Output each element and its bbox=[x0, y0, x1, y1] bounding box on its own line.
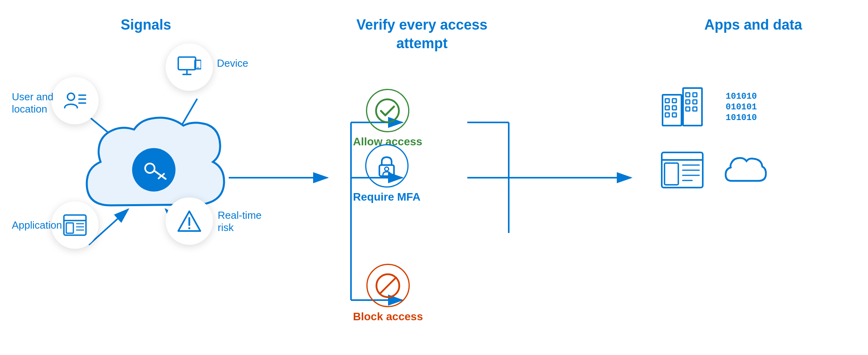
block-access-label: Block access bbox=[353, 310, 423, 323]
application-label: Application bbox=[12, 219, 62, 231]
svg-rect-52 bbox=[693, 100, 697, 104]
device-icon bbox=[177, 55, 201, 79]
layout-icon bbox=[659, 150, 706, 190]
realtime-risk-label: Real-timerisk bbox=[218, 209, 261, 234]
user-location-label: User andlocation bbox=[12, 91, 54, 115]
svg-rect-44 bbox=[672, 99, 676, 103]
svg-rect-30 bbox=[66, 223, 73, 233]
key-circle bbox=[132, 148, 175, 192]
verify-column: Verify every accessattempt Allow access bbox=[308, 0, 536, 355]
svg-rect-54 bbox=[693, 107, 697, 111]
require-mfa-outcome: Require MFA bbox=[353, 144, 420, 203]
warning-icon bbox=[177, 209, 201, 233]
svg-rect-53 bbox=[686, 107, 690, 111]
svg-point-38 bbox=[385, 167, 389, 171]
svg-rect-48 bbox=[672, 113, 676, 117]
allow-circle bbox=[366, 89, 409, 132]
svg-rect-43 bbox=[665, 99, 669, 103]
svg-text:101010: 101010 bbox=[726, 113, 757, 123]
svg-rect-19 bbox=[178, 57, 196, 70]
signals-title: Signals bbox=[12, 0, 280, 34]
svg-rect-50 bbox=[693, 93, 697, 97]
svg-rect-45 bbox=[665, 106, 669, 110]
diagram-container: Signals bbox=[0, 0, 868, 355]
apps-column: Apps and data bbox=[651, 0, 856, 355]
svg-point-36 bbox=[376, 99, 399, 122]
binary-data-icon: 101010 010101 101010 bbox=[722, 87, 769, 126]
svg-text:101010: 101010 bbox=[726, 92, 757, 101]
svg-text:010101: 010101 bbox=[726, 102, 757, 112]
svg-point-35 bbox=[189, 227, 190, 229]
block-circle bbox=[366, 264, 410, 307]
key-icon bbox=[141, 157, 167, 183]
device-label: Device bbox=[217, 57, 248, 69]
block-access-outcome: Block access bbox=[353, 264, 423, 323]
user-list-icon bbox=[63, 89, 87, 113]
block-icon bbox=[375, 273, 401, 299]
verify-title: Verify every accessattempt bbox=[308, 0, 536, 53]
allow-access-outcome: Allow access bbox=[353, 89, 422, 148]
svg-rect-60 bbox=[665, 163, 678, 185]
checkmark-icon bbox=[375, 98, 400, 124]
svg-rect-28 bbox=[64, 215, 86, 235]
mfa-circle bbox=[365, 144, 409, 188]
buildings-icon bbox=[659, 87, 706, 126]
svg-point-24 bbox=[145, 163, 155, 173]
svg-rect-46 bbox=[672, 106, 676, 110]
apps-title: Apps and data bbox=[651, 0, 856, 34]
require-mfa-label: Require MFA bbox=[353, 191, 420, 203]
lock-person-icon bbox=[374, 153, 399, 179]
cloud-small-icon bbox=[722, 150, 769, 190]
svg-line-27 bbox=[159, 176, 161, 178]
application-icon bbox=[63, 213, 87, 237]
realtime-risk-signal bbox=[166, 197, 213, 245]
signals-column: Signals bbox=[12, 0, 280, 355]
apps-grid: 101010 010101 101010 bbox=[651, 79, 777, 197]
svg-point-15 bbox=[67, 93, 75, 100]
svg-line-26 bbox=[162, 174, 164, 176]
device-signal bbox=[166, 43, 213, 91]
svg-rect-47 bbox=[665, 113, 669, 117]
svg-rect-51 bbox=[686, 100, 690, 104]
svg-line-40 bbox=[380, 278, 396, 294]
svg-rect-49 bbox=[686, 93, 690, 97]
